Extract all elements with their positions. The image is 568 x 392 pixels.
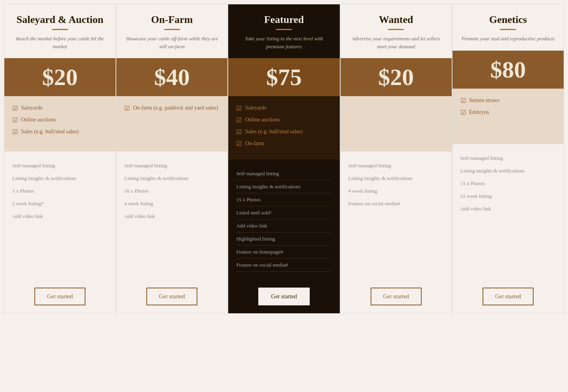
feature-text: Sales (e.g. bull/stud sales) bbox=[245, 128, 303, 136]
plan-price-featured: $75 bbox=[236, 65, 331, 89]
check-icon: ☑ bbox=[124, 104, 130, 112]
extra-item: Feature on social media# bbox=[348, 197, 444, 210]
get-started-button-wanted[interactable]: Get started bbox=[371, 288, 422, 305]
check-icon: ☑ bbox=[236, 140, 242, 148]
feature-text: On-farm (e.g. paddock and yard sales) bbox=[133, 104, 218, 112]
plan-card-onfarm: On-FarmShowcase your cattle off-farm whi… bbox=[116, 4, 228, 314]
extra-item: Feature on homepage# bbox=[236, 246, 331, 259]
plan-header-saleyard: Saleyard & AuctionReach the market befor… bbox=[4, 4, 115, 58]
extra-item: Self-managed listing bbox=[460, 152, 556, 165]
feature-item: ☑Semen straws bbox=[460, 97, 556, 104]
extra-item: 15 x Photos bbox=[236, 193, 331, 206]
plan-title-onfarm: On-Farm bbox=[124, 14, 220, 26]
plan-description-onfarm: Showcase your cattle off-farm while they… bbox=[124, 35, 220, 50]
plan-header-onfarm: On-FarmShowcase your cattle off-farm whi… bbox=[116, 4, 227, 58]
plan-title-accent-featured bbox=[276, 29, 292, 30]
plan-price-onfarm: $40 bbox=[124, 65, 220, 89]
plan-extras-genetics: Self-managed listingListing insights & n… bbox=[453, 144, 564, 280]
plan-title-featured: Featured bbox=[236, 14, 331, 26]
check-icon: ☑ bbox=[12, 104, 18, 112]
extra-item: Listing insights & notifications bbox=[460, 165, 556, 177]
plan-price-genetics: $80 bbox=[460, 58, 556, 81]
feature-item: ☑Embryos bbox=[460, 108, 556, 116]
feature-item: ☑Online auctions bbox=[12, 116, 108, 124]
feature-item: ☑Saleyards bbox=[12, 104, 108, 112]
plan-title-wanted: Wanted bbox=[348, 14, 444, 26]
plan-footer-featured: Get started bbox=[228, 280, 339, 313]
plan-card-saleyard: Saleyard & AuctionReach the market befor… bbox=[4, 4, 116, 314]
extra-item: Highlighted listing bbox=[236, 233, 331, 246]
plan-card-genetics: GeneticsPromote your stud and reproducti… bbox=[452, 4, 564, 314]
feature-item: ☑Sales (e.g. bull/stud sales) bbox=[12, 128, 108, 136]
plan-extras-wanted: Self-managed listingListing insights & n… bbox=[341, 151, 452, 280]
plan-price-wanted: $20 bbox=[348, 65, 444, 89]
plan-footer-onfarm: Get started bbox=[116, 280, 227, 313]
plan-price-section-genetics: $80 bbox=[453, 51, 564, 89]
extra-item: Self-managed listing bbox=[12, 159, 108, 172]
extra-item: 2 week listing* bbox=[12, 197, 108, 210]
plan-extras-saleyard: Self-managed listingListing insights & n… bbox=[4, 151, 115, 280]
check-icon: ☑ bbox=[236, 116, 242, 124]
feature-text: Saleyards bbox=[21, 104, 42, 112]
extra-item: Self-managed listing bbox=[236, 167, 331, 180]
plan-title-accent-saleyard bbox=[52, 29, 68, 30]
feature-text: Semen straws bbox=[469, 97, 500, 104]
feature-text: On-farm bbox=[245, 140, 264, 148]
plan-footer-genetics: Get started bbox=[453, 280, 564, 313]
plan-extras-onfarm: Self-managed listingListing insights & n… bbox=[116, 151, 227, 280]
plan-title-saleyard: Saleyard & Auction bbox=[12, 14, 108, 26]
get-started-button-onfarm[interactable]: Get started bbox=[146, 288, 197, 305]
feature-text: Online auctions bbox=[21, 116, 56, 124]
extra-item: 4 week listing bbox=[124, 197, 220, 210]
plan-features-wanted bbox=[341, 96, 452, 151]
feature-item: ☑Sales (e.g. bull/stud sales) bbox=[236, 128, 331, 136]
extra-item: Self-managed listing bbox=[348, 159, 444, 172]
check-icon: ☑ bbox=[236, 128, 242, 136]
plan-features-saleyard: ☑Saleyards☑Online auctions☑Sales (e.g. b… bbox=[4, 96, 115, 151]
plan-price-saleyard: $20 bbox=[12, 65, 108, 89]
plan-card-featured: FeaturedTake your listing to the next le… bbox=[228, 4, 340, 314]
extra-item: 4 week listing bbox=[348, 185, 444, 197]
plan-description-wanted: Advertise your requirements and let sell… bbox=[348, 35, 444, 50]
feature-text: Sales (e.g. bull/stud sales) bbox=[21, 128, 79, 136]
check-icon: ☑ bbox=[12, 116, 18, 124]
extra-item: Add video link bbox=[460, 203, 556, 215]
feature-item: ☑Saleyards bbox=[236, 104, 331, 112]
get-started-button-featured[interactable]: Get started bbox=[258, 288, 309, 305]
check-icon: ☑ bbox=[236, 104, 242, 112]
extra-item: Self-managed listing bbox=[124, 159, 220, 172]
feature-item: ☑On-farm bbox=[236, 140, 331, 148]
extra-item: Add video link bbox=[12, 210, 108, 223]
extra-item: 12 week listing bbox=[460, 190, 556, 203]
extra-item: Listing insights & notifications bbox=[236, 180, 331, 193]
extra-item: Add video link bbox=[236, 220, 331, 233]
get-started-button-genetics[interactable]: Get started bbox=[483, 288, 534, 305]
feature-item: ☑On-farm (e.g. paddock and yard sales) bbox=[124, 104, 220, 112]
feature-item: ☑Online auctions bbox=[236, 116, 331, 124]
plan-price-section-saleyard: $20 bbox=[4, 58, 115, 96]
feature-text: Online auctions bbox=[245, 116, 280, 124]
plan-header-featured: FeaturedTake your listing to the next le… bbox=[228, 4, 339, 58]
plan-title-accent-wanted bbox=[388, 29, 404, 30]
plan-price-section-featured: $75 bbox=[228, 58, 339, 96]
plan-extras-featured: Self-managed listingListing insights & n… bbox=[228, 159, 339, 280]
extra-item: Listing insights & notifications bbox=[12, 172, 108, 185]
get-started-button-saleyard[interactable]: Get started bbox=[34, 288, 85, 305]
plan-header-wanted: WantedAdvertise your requirements and le… bbox=[341, 4, 452, 58]
check-icon: ☑ bbox=[460, 109, 466, 116]
plan-title-genetics: Genetics bbox=[460, 14, 556, 26]
plan-price-section-wanted: $20 bbox=[341, 58, 452, 96]
plan-description-genetics: Promote your stud and reproductive produ… bbox=[460, 35, 556, 43]
extra-item: Listed until sold^ bbox=[236, 206, 331, 220]
plan-card-wanted: WantedAdvertise your requirements and le… bbox=[340, 4, 452, 314]
extra-item: Listing insights & notifications bbox=[348, 172, 444, 185]
pricing-grid: Saleyard & AuctionReach the market befor… bbox=[4, 4, 564, 314]
plan-footer-wanted: Get started bbox=[341, 280, 452, 313]
plan-price-section-onfarm: $40 bbox=[116, 58, 227, 96]
plan-features-onfarm: ☑On-farm (e.g. paddock and yard sales) bbox=[116, 96, 227, 151]
feature-text: Embryos bbox=[469, 108, 489, 116]
feature-text: Saleyards bbox=[245, 104, 266, 112]
plan-title-accent-onfarm bbox=[164, 29, 180, 30]
plan-description-saleyard: Reach the market before your cattle hit … bbox=[12, 35, 108, 50]
plan-header-genetics: GeneticsPromote your stud and reproducti… bbox=[453, 4, 564, 51]
